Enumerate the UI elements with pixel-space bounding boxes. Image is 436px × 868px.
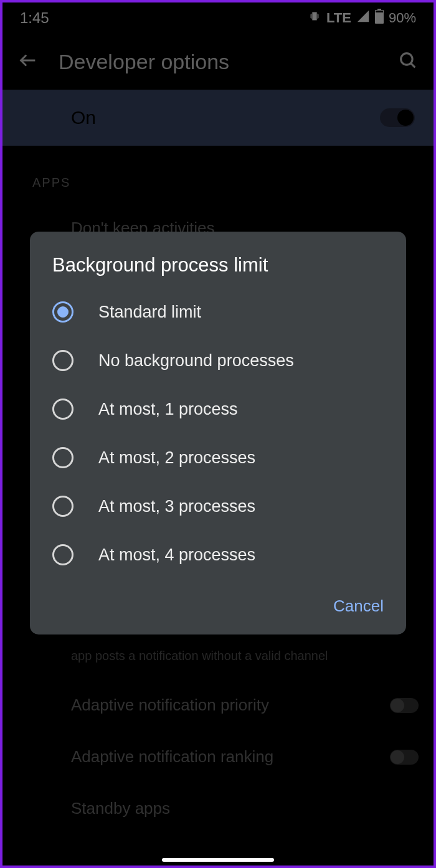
radio-icon <box>52 544 73 565</box>
radio-icon <box>52 496 73 517</box>
dialog-title: Background process limit <box>30 254 406 288</box>
radio-label: Standard limit <box>98 303 201 322</box>
radio-label: No background processes <box>98 351 294 370</box>
nav-handle[interactable] <box>162 858 274 862</box>
radio-option-none[interactable]: No background processes <box>30 336 406 385</box>
radio-icon <box>52 350 73 371</box>
radio-label: At most, 3 processes <box>98 497 255 516</box>
radio-icon <box>52 447 73 468</box>
radio-option-4[interactable]: At most, 4 processes <box>30 531 406 579</box>
radio-option-1[interactable]: At most, 1 process <box>30 385 406 433</box>
radio-option-2[interactable]: At most, 2 processes <box>30 433 406 482</box>
dialog-overlay[interactable]: Background process limit Standard limit … <box>2 2 434 866</box>
radio-option-standard[interactable]: Standard limit <box>30 288 406 336</box>
radio-label: At most, 4 processes <box>98 545 255 565</box>
radio-option-3[interactable]: At most, 3 processes <box>30 482 406 531</box>
radio-icon <box>52 301 73 323</box>
dialog-bg-process-limit: Background process limit Standard limit … <box>30 232 406 634</box>
radio-icon <box>52 399 73 420</box>
radio-label: At most, 1 process <box>98 400 238 419</box>
radio-label: At most, 2 processes <box>98 448 255 468</box>
cancel-button[interactable]: Cancel <box>333 597 384 616</box>
